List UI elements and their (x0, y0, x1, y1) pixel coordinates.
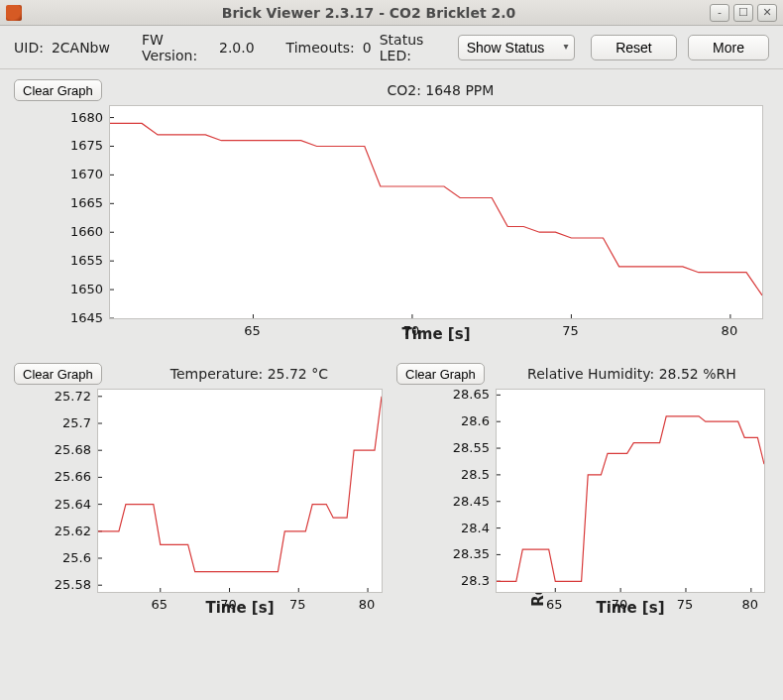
x-tick-label: 65 (151, 597, 168, 612)
maximize-icon: ☐ (738, 6, 748, 19)
y-tick-label: 28.6 (461, 413, 490, 428)
y-tick-label: 28.5 (461, 466, 490, 481)
co2-panel: Clear Graph CO2: 1648 PPM CO2 [PPM] Time… (14, 79, 769, 343)
fw-version-label: FW Version: (142, 32, 211, 63)
y-tick-label: 1655 (70, 253, 103, 268)
window-title: Brick Viewer 2.3.17 - CO2 Bricklet 2.0 (28, 5, 710, 21)
temp-clear-graph-button[interactable]: Clear Graph (14, 363, 102, 385)
uid-label: UID: (14, 40, 44, 56)
humidity-panel: Clear Graph Relative Humidity: 28.52 %RH… (396, 363, 769, 617)
y-tick-label: 1665 (70, 195, 103, 210)
y-tick-label: 25.58 (55, 577, 91, 592)
maximize-button[interactable]: ☐ (733, 4, 753, 22)
x-tick-label: 75 (677, 597, 694, 612)
minimize-button[interactable]: ‐ (710, 4, 729, 22)
y-tick-label: 28.4 (461, 520, 490, 534)
minimize-icon: ‐ (718, 6, 722, 19)
y-tick-label: 1670 (70, 167, 103, 181)
y-tick-label: 28.45 (453, 493, 490, 508)
x-tick-label: 80 (722, 323, 738, 338)
y-tick-label: 25.68 (55, 442, 91, 457)
uid-value: 2CANbw (52, 40, 110, 56)
y-tick-label: 28.35 (453, 546, 490, 561)
status-led-select[interactable]: Show Status (458, 35, 575, 60)
x-tick-label: 75 (289, 597, 306, 612)
y-tick-label: 1645 (70, 310, 103, 325)
fw-version-value: 2.0.0 (219, 40, 255, 56)
y-tick-label: 28.55 (453, 440, 490, 455)
close-button[interactable]: ✕ (757, 4, 777, 22)
co2-clear-graph-button[interactable]: Clear Graph (14, 79, 102, 101)
y-tick-label: 25.64 (55, 496, 91, 511)
x-tick-label: 70 (403, 323, 420, 338)
y-tick-label: 25.62 (55, 523, 91, 537)
temperature-panel: Clear Graph Temperature: 25.72 °C Temper… (14, 363, 387, 617)
y-tick-label: 1675 (70, 138, 103, 153)
app-icon (6, 5, 22, 21)
status-led-label: Status LED: (380, 32, 448, 63)
co2-x-axis-label: Time [s] (109, 325, 763, 343)
x-tick-label: 80 (742, 597, 759, 612)
x-tick-label: 70 (220, 597, 237, 612)
info-toolbar: UID: 2CANbw FW Version: 2.0.0 Timeouts: … (0, 26, 783, 69)
humidity-reading: Relative Humidity: 28.52 %RH (495, 366, 769, 382)
temp-x-axis-label: Time [s] (97, 599, 383, 617)
x-tick-label: 65 (244, 323, 261, 338)
y-tick-label: 25.72 (55, 388, 91, 403)
timeouts-value: 0 (363, 40, 372, 56)
x-tick-label: 65 (546, 597, 563, 612)
co2-reading: CO2: 1648 PPM (112, 82, 769, 98)
timeouts-label: Timeouts: (286, 40, 355, 56)
x-tick-label: 80 (359, 597, 376, 612)
y-tick-label: 25.6 (62, 550, 91, 565)
title-bar: Brick Viewer 2.3.17 - CO2 Bricklet 2.0 ‐… (0, 0, 783, 26)
y-tick-label: 28.65 (453, 387, 490, 402)
y-tick-label: 25.7 (62, 415, 91, 430)
y-tick-label: 1660 (70, 224, 103, 239)
y-tick-label: 28.3 (461, 573, 490, 588)
reset-button[interactable]: Reset (591, 35, 677, 60)
content-area: Clear Graph CO2: 1648 PPM CO2 [PPM] Time… (0, 69, 783, 700)
y-tick-label: 1680 (70, 109, 103, 124)
close-icon: ✕ (762, 6, 771, 19)
y-tick-label: 1650 (70, 282, 103, 296)
x-tick-label: 70 (612, 597, 628, 612)
x-tick-label: 75 (562, 323, 579, 338)
y-tick-label: 25.66 (55, 469, 91, 484)
more-button[interactable]: More (688, 35, 769, 60)
hum-clear-graph-button[interactable]: Clear Graph (396, 363, 485, 385)
temperature-reading: Temperature: 25.72 °C (112, 366, 387, 382)
